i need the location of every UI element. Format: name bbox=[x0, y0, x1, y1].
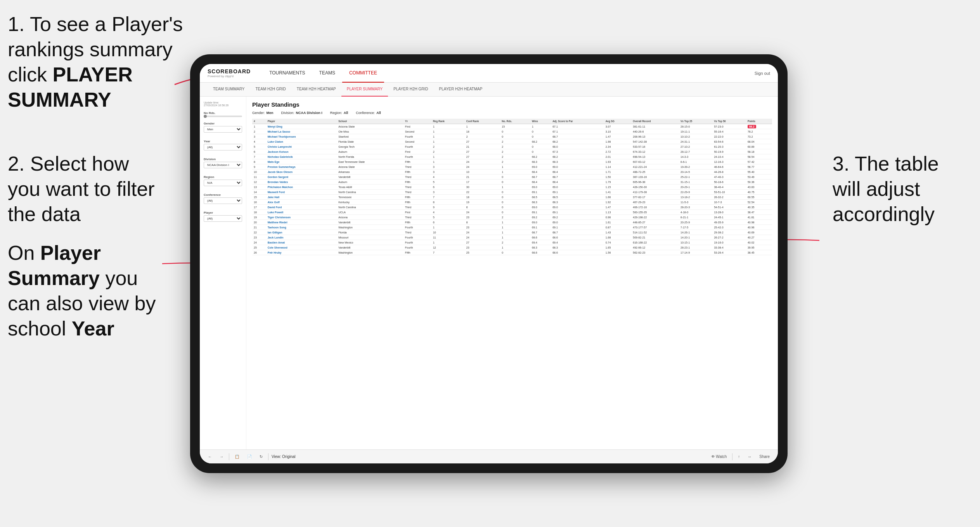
player-select[interactable]: (All) bbox=[204, 215, 242, 222]
cell-rds: 2 bbox=[500, 149, 530, 154]
cell-vt50: 19-16-0 bbox=[712, 240, 746, 245]
cell-avg-sg: 1.61 bbox=[604, 220, 632, 225]
cell-reg-rank: 1 bbox=[431, 139, 465, 144]
cell-points: 56.77 bbox=[746, 164, 772, 169]
no-rds-slider[interactable] bbox=[204, 116, 242, 117]
toolbar-undo[interactable]: ← bbox=[206, 453, 214, 460]
cell-player[interactable]: Mats Ege bbox=[266, 159, 337, 164]
table-row: 2 Michael La Sasso Ole Miss Second 1 18 … bbox=[252, 129, 772, 134]
cell-player[interactable]: Jackson Koivun bbox=[266, 149, 337, 154]
subnav-team-h2h-heatmap[interactable]: TEAM H2H HEATMAP bbox=[291, 83, 341, 97]
cell-reg-rank: 12 bbox=[431, 245, 465, 250]
cell-num: 7 bbox=[252, 154, 266, 159]
cell-player[interactable]: Michael Thorbjornsen bbox=[266, 134, 337, 139]
cell-player[interactable]: Bastien Amat bbox=[266, 240, 337, 245]
cell-wins: 69.0 bbox=[530, 205, 551, 210]
cell-vt25: 25-22-1 bbox=[679, 175, 712, 180]
cell-vt25: 28-23-1 bbox=[679, 245, 712, 250]
cell-reg-rank: 1 bbox=[431, 134, 465, 139]
cell-points: 38.45 bbox=[746, 250, 772, 255]
cell-record: 412-221-24 bbox=[631, 164, 679, 169]
cell-player[interactable]: Jacob Skov Olesen bbox=[266, 169, 337, 175]
table-row: 4 Luke Claton Florida State Second 1 27 … bbox=[252, 139, 772, 144]
cell-num: 5 bbox=[252, 144, 266, 149]
cell-vt50: 53-26-4 bbox=[712, 250, 746, 255]
cell-vt50: 49-35-9 bbox=[712, 220, 746, 225]
cell-player[interactable]: Michael La Sasso bbox=[266, 129, 337, 134]
cell-player[interactable]: Wenyi Ding bbox=[266, 124, 337, 129]
table-row: 18 Luke Powell UCLA First 4 24 0 69.1 69… bbox=[252, 210, 772, 215]
cell-conf-rank: 23 bbox=[465, 245, 500, 250]
region-select[interactable]: N/A bbox=[204, 180, 242, 186]
cell-record: 492-66-12 bbox=[631, 245, 679, 250]
cell-player[interactable]: Brendan Valdes bbox=[266, 180, 337, 185]
cell-record: 381-61-11 bbox=[631, 124, 679, 129]
cell-points: 52.54 bbox=[746, 200, 772, 205]
cell-player[interactable]: Nicholas Gabrielcik bbox=[266, 154, 337, 159]
cell-vt50: 54-51-4 bbox=[712, 205, 746, 210]
cell-player[interactable]: Ian Gilligan bbox=[266, 230, 337, 235]
cell-points: 41.81 bbox=[746, 215, 772, 220]
cell-avg-sg: 1.93 bbox=[604, 159, 632, 164]
cell-player[interactable]: Maxwell Ford bbox=[266, 190, 337, 195]
watch-btn[interactable]: 👁 Watch bbox=[709, 453, 729, 460]
cell-player[interactable]: Preston Summerhays bbox=[266, 164, 337, 169]
toolbar-redo[interactable]: → bbox=[217, 453, 226, 460]
division-select[interactable]: NCAA Division I bbox=[204, 162, 242, 168]
toolbar-sep3 bbox=[732, 453, 732, 460]
cell-school: Arkansas bbox=[337, 169, 403, 175]
toolbar-paste[interactable]: 📄 bbox=[245, 453, 254, 460]
cell-vt25: 14-3-3 bbox=[679, 154, 712, 159]
cell-points: 40.02 bbox=[746, 240, 772, 245]
step3-text: 3. The table will adjust accordingly bbox=[833, 152, 939, 225]
nav-item-teams[interactable]: TEAMS bbox=[312, 64, 342, 83]
year-select[interactable]: (All) bbox=[204, 144, 242, 150]
cell-player[interactable]: Alex Goff bbox=[266, 200, 337, 205]
subnav-player-summary[interactable]: PLAYER SUMMARY bbox=[341, 83, 388, 97]
expand-btn[interactable]: ↔ bbox=[745, 453, 754, 460]
subnav-team-h2h-grid[interactable]: TEAM H2H GRID bbox=[250, 83, 291, 97]
cell-reg-rank: 6 bbox=[431, 185, 465, 190]
cell-wins: 69.4 bbox=[530, 240, 551, 245]
cell-player[interactable]: Jack Lundin bbox=[266, 235, 337, 240]
gender-label: Gender bbox=[204, 122, 242, 125]
cell-school: Arizona State bbox=[337, 164, 403, 169]
subnav-player-h2h-heatmap[interactable]: PLAYER H2H HEATMAP bbox=[434, 83, 488, 97]
cell-school: Vanderbilt bbox=[337, 175, 403, 180]
cell-conf-rank: 25 bbox=[465, 250, 500, 255]
cell-player[interactable]: David Ford bbox=[266, 205, 337, 210]
share-btn[interactable]: Share bbox=[757, 453, 772, 460]
cell-player[interactable]: Cole Sherwood bbox=[266, 245, 337, 250]
gender-select[interactable]: Men bbox=[204, 126, 242, 133]
conference-select[interactable]: (All) bbox=[204, 197, 242, 204]
cell-rds: 2 bbox=[500, 144, 530, 149]
cell-vt50: 38-40-4 bbox=[712, 185, 746, 190]
subnav-player-h2h-grid[interactable]: PLAYER H2H GRID bbox=[388, 83, 433, 97]
cell-record: 488-72-25 bbox=[631, 169, 679, 175]
cell-num: 1 bbox=[252, 124, 266, 129]
nav-item-committee[interactable]: COMMITTEE bbox=[342, 64, 384, 83]
cell-player[interactable]: Luke Powell bbox=[266, 210, 337, 215]
cell-player[interactable]: Petr Hruby bbox=[266, 250, 337, 255]
nav-item-tournaments[interactable]: TOURNAMENTS bbox=[262, 64, 312, 83]
cell-player[interactable]: Luke Claton bbox=[266, 139, 337, 144]
cell-wins: 68.5 bbox=[530, 195, 551, 200]
cell-player[interactable]: Matthew Riedel bbox=[266, 220, 337, 225]
cell-points: 39.95 bbox=[746, 245, 772, 250]
logo-area: SCOREBOARD Powered by clipp'd bbox=[208, 68, 251, 78]
cell-player[interactable]: Phichaksn Maichon bbox=[266, 185, 337, 190]
cell-player[interactable]: Gordon Sargent bbox=[266, 175, 337, 180]
cell-yr: First bbox=[403, 149, 431, 154]
toolbar-refresh[interactable]: ↻ bbox=[257, 453, 265, 460]
toolbar-copy[interactable]: 📋 bbox=[232, 453, 242, 460]
subnav-team-summary[interactable]: TEAM SUMMARY bbox=[208, 83, 250, 97]
cell-wins: 0 bbox=[530, 144, 551, 149]
cell-vt25: 10-15-1 bbox=[679, 240, 712, 245]
cell-player[interactable]: Jake Hall bbox=[266, 195, 337, 200]
cell-player[interactable]: Christo Lamprecht bbox=[266, 144, 337, 149]
sign-out-link[interactable]: Sign out bbox=[755, 71, 770, 76]
cell-player[interactable]: Taehoon Song bbox=[266, 225, 337, 230]
export-btn[interactable]: ↑ bbox=[736, 453, 742, 460]
cell-player[interactable]: Tiger Christensen bbox=[266, 215, 337, 220]
cell-conf-rank: 24 bbox=[465, 235, 500, 240]
